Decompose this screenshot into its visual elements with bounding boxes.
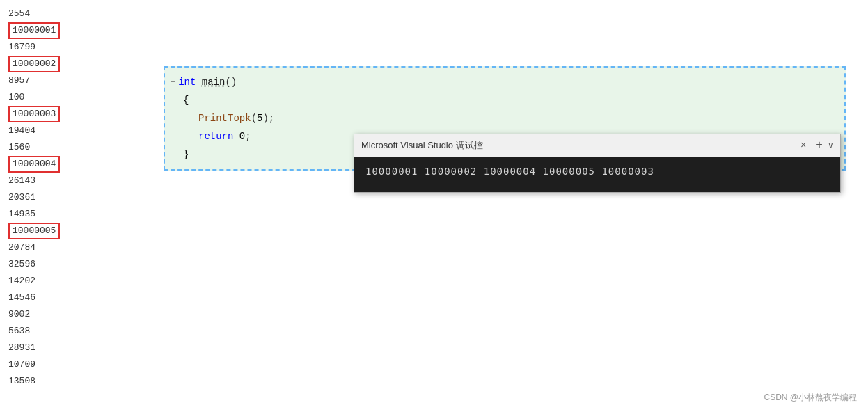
debug-popup: Microsoft Visual Studio 调试控 × + ∨ 100000… bbox=[354, 134, 841, 193]
function-call: PrintTopk bbox=[198, 109, 251, 127]
plain-number: 16799 bbox=[8, 40, 35, 55]
open-paren: ( bbox=[251, 109, 257, 127]
close-brace: } bbox=[183, 145, 189, 164]
plain-number: 20784 bbox=[8, 240, 35, 255]
list-item: 100 bbox=[8, 89, 145, 106]
list-item: 16799 bbox=[8, 39, 145, 56]
return-value: 0 bbox=[239, 127, 245, 145]
plain-number: 100 bbox=[8, 90, 24, 105]
plain-number: 14546 bbox=[8, 290, 35, 306]
list-item: 10000004 bbox=[8, 156, 145, 173]
highlighted-number: 10000001 bbox=[8, 22, 60, 39]
plain-number: 14935 bbox=[8, 207, 35, 222]
list-item: 14202 bbox=[8, 273, 145, 290]
code-line-1: − int main() bbox=[165, 73, 844, 91]
list-item: 5638 bbox=[8, 323, 145, 340]
list-item: 32596 bbox=[8, 256, 145, 273]
list-item: 8957 bbox=[8, 72, 145, 89]
list-item: 2554 bbox=[8, 6, 145, 22]
list-item: 20784 bbox=[8, 239, 145, 256]
close-paren: ); bbox=[262, 109, 274, 127]
watermark: CSDN @小林熬夜学编程 bbox=[764, 392, 857, 404]
highlighted-number: 10000002 bbox=[8, 56, 60, 72]
plain-number: 9002 bbox=[8, 307, 30, 322]
collapse-icon[interactable]: − bbox=[171, 73, 175, 91]
popup-add-button[interactable]: + bbox=[816, 139, 823, 152]
arg-value: 5 bbox=[257, 109, 262, 127]
popup-close-button[interactable]: × bbox=[796, 138, 810, 152]
list-item: 14546 bbox=[8, 290, 145, 306]
left-number-panel: 2554100000011679910000002895710010000003… bbox=[0, 0, 153, 412]
popup-body: 10000001 10000002 10000004 10000005 1000… bbox=[354, 157, 840, 192]
keyword-int: int bbox=[178, 73, 196, 91]
plain-number: 20361 bbox=[8, 190, 35, 205]
plain-number: 5638 bbox=[8, 324, 30, 339]
plain-number: 8957 bbox=[8, 73, 30, 88]
plain-number: 13508 bbox=[8, 374, 35, 389]
highlighted-number: 10000003 bbox=[8, 106, 60, 122]
list-item: 13508 bbox=[8, 373, 145, 390]
semicolon: ; bbox=[245, 127, 251, 145]
list-item: 1560 bbox=[8, 139, 145, 156]
popup-down-button[interactable]: ∨ bbox=[828, 141, 833, 151]
code-line-3: PrintTopk(5); bbox=[165, 109, 844, 127]
params: () bbox=[225, 73, 237, 91]
popup-titlebar: Microsoft Visual Studio 调试控 × + ∨ bbox=[354, 134, 840, 157]
list-item: 28931 bbox=[8, 340, 145, 356]
list-item: 10709 bbox=[8, 356, 145, 373]
function-name: main bbox=[202, 73, 226, 91]
open-brace: { bbox=[183, 91, 189, 109]
list-item: 20361 bbox=[8, 189, 145, 206]
code-line-2: { bbox=[165, 91, 844, 109]
list-item: 10000002 bbox=[8, 56, 145, 72]
popup-title: Microsoft Visual Studio 调试控 bbox=[361, 139, 791, 152]
plain-number: 2554 bbox=[8, 6, 30, 22]
keyword-return: return bbox=[198, 127, 233, 145]
plain-number: 32596 bbox=[8, 257, 35, 272]
list-item: 9002 bbox=[8, 306, 145, 323]
list-item: 19404 bbox=[8, 122, 145, 139]
list-item: 10000005 bbox=[8, 223, 145, 239]
list-item: 26143 bbox=[8, 173, 145, 189]
list-item: 10000001 bbox=[8, 22, 145, 39]
plain-number: 19404 bbox=[8, 123, 35, 138]
list-item: 10000003 bbox=[8, 106, 145, 122]
plain-number: 10709 bbox=[8, 357, 35, 372]
plain-number: 1560 bbox=[8, 140, 30, 155]
popup-output: 10000001 10000002 10000004 10000005 1000… bbox=[365, 166, 829, 177]
plain-number: 26143 bbox=[8, 173, 35, 189]
plain-number: 14202 bbox=[8, 274, 35, 289]
highlighted-number: 10000005 bbox=[8, 223, 60, 239]
list-item: 14935 bbox=[8, 206, 145, 223]
plain-number: 28931 bbox=[8, 340, 35, 356]
highlighted-number: 10000004 bbox=[8, 156, 60, 173]
